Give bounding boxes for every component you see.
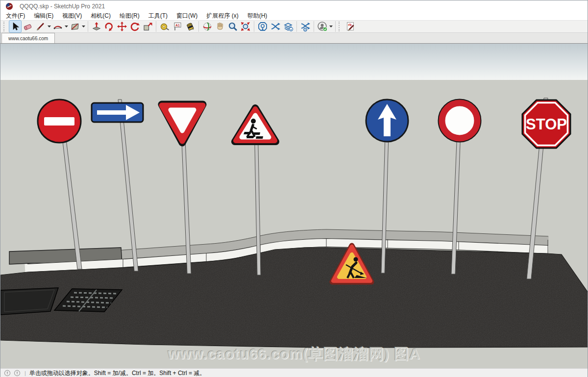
rectangle-tool-dropdown[interactable] (81, 21, 86, 32)
watermark: www.caotu66.com(草图溜溜网) 图A (0, 344, 588, 364)
account-button[interactable] (317, 21, 328, 32)
menu-edit[interactable]: 编辑(E) (29, 12, 58, 20)
menu-help[interactable]: 帮助(H) (243, 12, 272, 20)
toolbar-separator (296, 21, 297, 32)
sketchup-window: QQQQ.skp - SketchUp Pro 2021 文件(F) 编辑(E)… (0, 0, 588, 377)
orbit-icon (202, 21, 213, 32)
text-tool-button[interactable]: A1 (172, 21, 183, 32)
toolbar-separator (335, 21, 336, 32)
window-title: QQQQ.skp - SketchUp Pro 2021 (20, 3, 105, 10)
chevron-down-icon (329, 25, 333, 27)
scene-tab-bar: www.caotu66.com (0, 33, 588, 44)
text-tool-label: A1 (175, 24, 180, 27)
line-tool-dropdown[interactable] (47, 21, 51, 32)
stamp-gear-icon (257, 21, 268, 32)
ruby-console-button[interactable]: rb (344, 21, 356, 32)
menu-file[interactable]: 文件(F) (1, 12, 29, 20)
sign-no-vehicles[interactable] (439, 100, 481, 142)
paint-bucket-icon (185, 21, 196, 32)
manhole-cover-plain[interactable] (0, 288, 58, 315)
help-icon[interactable] (13, 370, 21, 377)
menu-camera[interactable]: 相机(C) (86, 12, 115, 20)
toolbar-drag-handle[interactable] (339, 22, 342, 31)
extension-swap-settings-button[interactable] (299, 21, 311, 32)
menu-extensions[interactable]: 扩展程序 (x) (202, 12, 243, 20)
ruby-tool-label: rb (348, 23, 352, 26)
swap-arrows-icon (270, 21, 281, 32)
pan-tool-button[interactable] (214, 21, 226, 32)
follow-me-icon (104, 21, 115, 32)
account-icon (317, 21, 328, 32)
swap-arrows-gear-icon (300, 21, 311, 32)
text-label-icon: A1 (172, 21, 183, 32)
chevron-down-icon (48, 25, 51, 27)
toolbar-separator (254, 21, 254, 32)
status-divider: | (24, 370, 26, 376)
scale-tool-button[interactable] (142, 21, 153, 32)
follow-me-tool-button[interactable] (103, 21, 115, 32)
sign-ahead-only[interactable] (366, 100, 408, 142)
menu-tools[interactable]: 工具(T) (144, 12, 172, 20)
orbit-tool-button[interactable] (201, 21, 213, 32)
menu-draw[interactable]: 绘图(R) (115, 12, 144, 20)
arc-tool-button[interactable] (52, 21, 64, 32)
account-dropdown[interactable] (329, 21, 333, 32)
toolbar-separator (88, 21, 88, 32)
eraser-tool-button[interactable] (22, 21, 34, 32)
paint-bucket-tool-button[interactable] (184, 21, 196, 32)
chevron-down-icon (82, 25, 85, 27)
stop-sign-label: STOP (526, 116, 567, 133)
scale-icon (142, 21, 153, 32)
extension-swap-button[interactable] (270, 21, 281, 32)
push-pull-tool-button[interactable] (91, 21, 102, 32)
chevron-down-icon (65, 25, 68, 27)
push-pull-icon (91, 21, 102, 32)
tape-measure-icon (159, 21, 170, 32)
ruby-editor-icon: rb (345, 21, 356, 32)
extension-layers-button[interactable] (282, 21, 294, 32)
toolbar-separator (156, 21, 156, 32)
eraser-icon (23, 21, 33, 32)
menu-window[interactable]: 窗口(W) (172, 12, 202, 20)
select-icon (10, 21, 21, 32)
status-message: 单击或拖动以选择对象。Shift = 加/减。Ctrl = 加。Shift + … (29, 369, 205, 377)
geolocation-icon[interactable] (3, 370, 11, 377)
sign-no-entry[interactable] (38, 100, 81, 143)
extension-stamp-button[interactable] (257, 21, 269, 32)
zoom-icon (227, 21, 238, 32)
sign-one-way-right[interactable] (92, 103, 143, 122)
move-icon (117, 21, 127, 32)
toolbar-separator (198, 21, 199, 32)
arc-icon (52, 21, 63, 32)
zoom-tool-button[interactable] (227, 21, 239, 32)
sign-stop[interactable]: STOP (522, 100, 570, 148)
toolbar: A1 (0, 20, 588, 33)
menu-view[interactable]: 视图(V) (58, 12, 86, 20)
app-icon (5, 2, 13, 10)
move-tool-button[interactable] (116, 21, 128, 32)
rectangle-icon (70, 21, 80, 32)
rectangle-tool-button[interactable] (69, 21, 81, 32)
toolbar-separator (314, 21, 314, 32)
line-tool-button[interactable] (35, 21, 47, 32)
tape-measure-tool-button[interactable] (159, 21, 171, 32)
pan-hand-icon (215, 21, 225, 32)
rotate-tool-button[interactable] (129, 21, 141, 32)
pencil-icon (35, 21, 46, 32)
toolbar-drag-handle[interactable] (3, 22, 7, 31)
select-tool-button[interactable] (9, 21, 21, 32)
arc-tool-dropdown[interactable] (64, 21, 69, 32)
zoom-extents-icon (240, 21, 251, 32)
title-bar: QQQQ.skp - SketchUp Pro 2021 (0, 0, 588, 12)
layers-icon (283, 21, 294, 32)
menu-bar: 文件(F) 编辑(E) 视图(V) 相机(C) 绘图(R) 工具(T) 窗口(W… (0, 12, 588, 20)
rotate-icon (129, 21, 140, 32)
scene-canvas[interactable]: STOP (0, 44, 588, 368)
model-viewport[interactable]: STOP www.caotu66.com(草图溜溜网) 图A (0, 44, 588, 368)
scene-tab[interactable]: www.caotu66.com (1, 33, 55, 43)
zoom-extents-tool-button[interactable] (240, 21, 251, 32)
status-bar: | 单击或拖动以选择对象。Shift = 加/减。Ctrl = 加。Shift … (0, 368, 588, 377)
